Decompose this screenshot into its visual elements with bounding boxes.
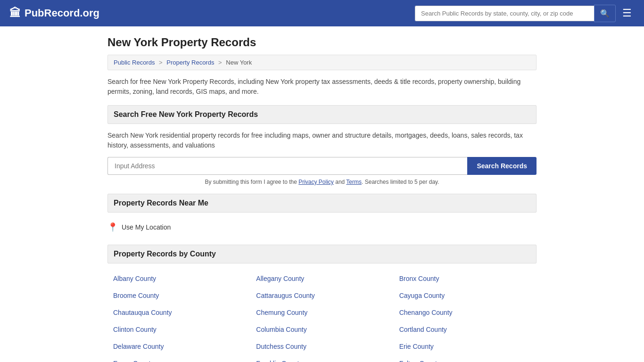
county-link[interactable]: Cortland County [399, 326, 447, 333]
county-section-header: Property Records by County [107, 245, 537, 263]
breadcrumb-link-public-records[interactable]: Public Records [114, 59, 155, 66]
list-item: Cayuga County [394, 287, 537, 304]
list-item: Erie County [394, 338, 537, 355]
location-icon: 📍 [107, 222, 118, 232]
county-link[interactable]: Erie County [399, 343, 434, 350]
list-item: Clinton County [107, 321, 250, 338]
list-item: Allegany County [250, 270, 393, 287]
breadcrumb-sep-2: > [218, 59, 222, 66]
privacy-policy-link[interactable]: Privacy Policy [298, 179, 334, 185]
county-link[interactable]: Bronx County [399, 275, 439, 282]
list-item: Chenango County [394, 304, 537, 321]
county-link[interactable]: Allegany County [256, 275, 304, 282]
site-logo[interactable]: 🏛 PubRecord.org [9, 7, 99, 20]
county-link[interactable]: Albany County [113, 275, 156, 282]
list-item: Bronx County [394, 270, 537, 287]
property-search-section: Search Free New York Property Records Se… [107, 105, 537, 185]
global-search-form: 🔍 [415, 5, 616, 22]
page-description: Search for free New York Property Record… [107, 77, 537, 97]
near-me-header: Property Records Near Me [107, 194, 537, 213]
list-item: Columbia County [250, 321, 393, 338]
search-records-button[interactable]: Search Records [467, 157, 537, 175]
disclaimer-text: By submitting this form I agree to the P… [107, 179, 537, 185]
county-link[interactable]: Chenango County [399, 309, 453, 316]
breadcrumb-link-property-records[interactable]: Property Records [166, 59, 214, 66]
county-link[interactable]: Cayuga County [399, 292, 445, 299]
address-input[interactable] [107, 157, 467, 175]
county-section: Property Records by County Albany County… [107, 245, 537, 362]
list-item: Albany County [107, 270, 250, 287]
logo-text: PubRecord.org [25, 7, 99, 19]
search-description: Search New York residential property rec… [107, 131, 537, 150]
list-item: Franklin County [250, 355, 393, 362]
hamburger-menu-button[interactable]: ☰ [619, 5, 635, 21]
breadcrumb-sep-1: > [159, 59, 163, 66]
county-link[interactable]: Columbia County [256, 326, 306, 333]
county-link[interactable]: Cattaraugus County [256, 292, 315, 299]
use-location-label: Use My Location [122, 223, 171, 231]
county-grid: Albany CountyAllegany CountyBronx County… [107, 270, 537, 362]
list-item: Cattaraugus County [250, 287, 393, 304]
search-icon: 🔍 [600, 9, 610, 17]
site-header: 🏛 PubRecord.org 🔍 ☰ [0, 0, 644, 26]
list-item: Cortland County [394, 321, 537, 338]
list-item: Delaware County [107, 338, 250, 355]
global-search-input[interactable] [415, 6, 594, 21]
county-link[interactable]: Franklin County [256, 360, 302, 362]
header-right: 🔍 ☰ [415, 5, 635, 22]
page-title: New York Property Records [107, 36, 537, 49]
county-link[interactable]: Essex County [113, 360, 154, 362]
use-my-location-link[interactable]: 📍 Use My Location [107, 219, 537, 235]
county-link[interactable]: Clinton County [113, 326, 157, 333]
list-item: Chautauqua County [107, 304, 250, 321]
near-me-section: Property Records Near Me 📍 Use My Locati… [107, 194, 537, 235]
address-search-form: Search Records [107, 157, 537, 175]
logo-icon: 🏛 [9, 7, 21, 20]
terms-link[interactable]: Terms [346, 179, 362, 185]
breadcrumb: Public Records > Property Records > New … [107, 55, 537, 70]
search-section-header: Search Free New York Property Records [107, 105, 537, 124]
county-link[interactable]: Broome County [113, 292, 159, 299]
county-link[interactable]: Dutchess County [256, 343, 306, 350]
list-item: Dutchess County [250, 338, 393, 355]
main-content: New York Property Records Public Records… [100, 26, 544, 362]
county-link[interactable]: Chautauqua County [113, 309, 172, 316]
county-link[interactable]: Delaware County [113, 343, 164, 350]
list-item: Chemung County [250, 304, 393, 321]
global-search-button[interactable]: 🔍 [594, 5, 616, 22]
county-link[interactable]: Fulton County [399, 360, 440, 362]
breadcrumb-current: New York [226, 59, 252, 66]
list-item: Fulton County [394, 355, 537, 362]
county-link[interactable]: Chemung County [256, 309, 307, 316]
list-item: Essex County [107, 355, 250, 362]
list-item: Broome County [107, 287, 250, 304]
